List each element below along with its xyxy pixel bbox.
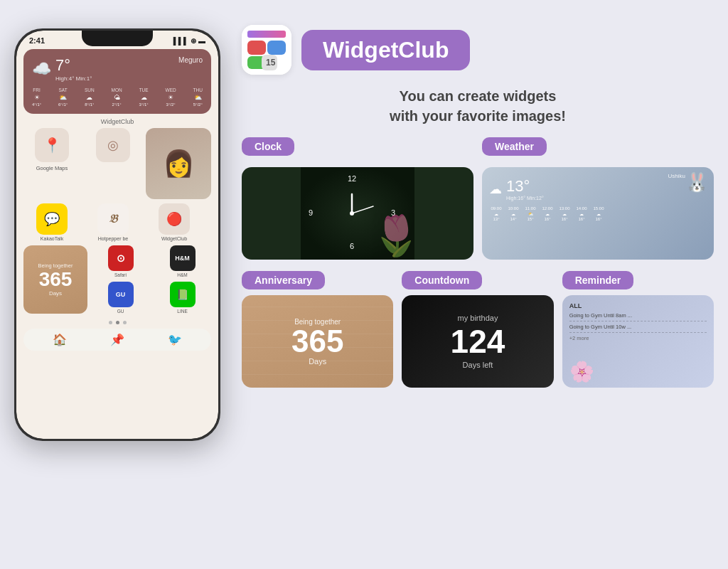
gu-icon[interactable]: GU	[108, 282, 134, 307]
phone-weather-temp: 7°	[55, 56, 92, 75]
phone-screen: 2:41 ▌▌▌ ⊛ ▬ ☁️ 7°	[16, 31, 218, 439]
ann-prev-unit: Days	[309, 357, 326, 366]
status-icons: ▌▌▌ ⊛ ▬	[173, 37, 205, 45]
nav-home-icon[interactable]: 🏠	[53, 333, 67, 346]
weather-prev-cloud: ☁	[489, 181, 502, 197]
hotpepper-label: Hotpepper be	[98, 236, 128, 241]
weather-prev-temp: 13°	[506, 177, 544, 196]
kakao-icon[interactable]: 💬	[36, 203, 68, 235]
nav-pin-icon[interactable]: 📌	[110, 333, 124, 346]
countdown-col: Countdown my birthday 124 Days left	[402, 271, 553, 388]
svg-text:9: 9	[309, 208, 313, 217]
flower-decoration: 🌸	[569, 360, 594, 383]
dot-2	[116, 321, 119, 324]
phone-mockup: 2:41 ▌▌▌ ⊛ ▬ ☁️ 7°	[14, 28, 220, 441]
phone-ann-days: 365	[39, 269, 73, 291]
phone-ann-unit: Days	[49, 290, 62, 297]
hm-label: H&M	[177, 272, 187, 277]
line-icon[interactable]: 📗	[170, 282, 196, 307]
hm-icon[interactable]: H&M	[170, 245, 196, 271]
cd-prev-unit: Days left	[463, 361, 493, 369]
reminder-item-1: Going to Gym Until 8am ...	[569, 312, 707, 321]
tagline: You can create widgets with your favorit…	[242, 86, 714, 126]
dot-1	[109, 321, 112, 324]
wifi-icon: ⊛	[191, 37, 196, 45]
tagline-line2: with your favorite images!	[242, 106, 714, 126]
weather-prev-timeline: 09:00☁13° 10:00☁14° 11:00⛅15° 12:00☁16° …	[489, 206, 707, 221]
maps-label: Google Maps	[36, 165, 68, 171]
svg-text:15: 15	[266, 58, 276, 68]
widgetclub-phone-label: WidgetClub	[161, 236, 187, 241]
phone-anniversary-widget[interactable]: Being together 365 Days	[23, 245, 87, 314]
battery-icon: ▬	[198, 37, 205, 45]
svg-rect-2	[247, 41, 266, 55]
cd-prev-number: 124	[451, 325, 505, 358]
phone-ann-label: Being together	[38, 262, 73, 269]
phone-weather-location: Meguro	[178, 56, 203, 64]
app-banner-title: WidgetClub	[323, 37, 449, 63]
nav-bird-icon[interactable]: 🐦	[168, 333, 182, 346]
maps-icon[interactable]: 📍	[35, 128, 69, 162]
countdown-label-tag[interactable]: Countdown	[402, 271, 553, 289]
phone-weather-hilo: High:4° Min:1°	[55, 75, 92, 82]
countdown-preview[interactable]: my birthday 124 Days left	[402, 295, 553, 388]
weather-widget-preview[interactable]: 🐰 Ushiku ☁ 13° High:16° Min:12° 09:00☁13…	[482, 167, 714, 260]
reminder-label-tag[interactable]: Reminder	[562, 271, 714, 289]
signal-icon: ▌▌▌	[173, 37, 188, 45]
hotpepper-icon[interactable]: 𝔅	[97, 203, 129, 235]
reminder-more: +2 more	[569, 335, 707, 341]
bottom-row: Anniversary Being together 365 Days Coun…	[242, 271, 714, 388]
svg-text:🌷: 🌷	[372, 213, 421, 259]
widgetclub-phone-icon[interactable]: 🔴	[159, 203, 190, 235]
svg-rect-3	[267, 41, 286, 55]
anniversary-label-tag[interactable]: Anniversary	[242, 271, 393, 289]
photo-widget[interactable]: 👩	[146, 128, 211, 199]
phone-weather-days: FRI☀4°/1° SAT⛅6°/1° SUN☁8°/1° MON🌤2°/1° …	[32, 87, 203, 107]
anniversary-col: Anniversary Being together 365 Days	[242, 271, 393, 388]
reminder-item-2: Going to Gym Until 10w ...	[569, 324, 707, 333]
bunny-decoration: 🐰	[685, 171, 708, 193]
phone-time: 2:41	[29, 36, 45, 45]
reminder-preview[interactable]: ALL Going to Gym Until 8am ... Going to …	[562, 295, 714, 388]
top-preview-row: 🌷 12 3 6 9 🐰 Ushiku	[242, 167, 714, 260]
svg-text:12: 12	[348, 174, 356, 183]
phone-section-label: WidgetClub	[16, 118, 218, 125]
clock-widget-preview[interactable]: 🌷 12 3 6 9	[242, 167, 473, 260]
phone-weather-widget[interactable]: ☁️ 7° High:4° Min:1° Meguro FRI☀4°/1°	[23, 49, 211, 114]
widgetclub-banner: WidgetClub	[301, 30, 470, 70]
dot-3	[123, 321, 127, 324]
kakao-label: KakaoTalk	[41, 236, 63, 241]
svg-rect-1	[247, 31, 286, 38]
phone-notch	[82, 31, 153, 46]
header-row: 15 WidgetClub	[242, 25, 714, 75]
line-label: LINE	[177, 309, 187, 314]
safari-icon[interactable]: ⊙	[108, 245, 134, 271]
cd-prev-label: my birthday	[458, 314, 498, 322]
clock-label-tag[interactable]: Clock	[242, 137, 473, 156]
svg-text:6: 6	[350, 242, 354, 250]
anniversary-preview[interactable]: Being together 365 Days	[242, 295, 393, 388]
safari-label: Safari	[114, 272, 127, 277]
gu-label: GU	[117, 309, 124, 314]
svg-text:3: 3	[391, 208, 395, 217]
svg-point-15	[350, 211, 354, 216]
right-panel: 15 WidgetClub You can create widgets wit…	[242, 21, 714, 388]
page-dots	[16, 317, 218, 329]
tagline-line1: You can create widgets	[242, 86, 714, 106]
reminder-col: Reminder ALL Going to Gym Until 8am ... …	[562, 271, 714, 388]
weather-label-tag[interactable]: Weather	[482, 137, 714, 156]
weather-prev-location: Ushiku	[668, 173, 685, 179]
radar-icon[interactable]: ◎	[96, 128, 130, 162]
weather-prev-hilo: High:16° Min:12°	[506, 196, 544, 201]
main-container: 2:41 ▌▌▌ ⊛ ▬ ☁️ 7°	[0, 0, 728, 569]
phone-cloud-icon: ☁️	[32, 60, 51, 78]
reminder-prev-label: ALL	[569, 302, 707, 309]
ann-prev-days: 365	[291, 326, 343, 357]
top-category-row: Clock Weather	[242, 137, 714, 156]
app-logo[interactable]: 15	[242, 25, 291, 75]
phone-wrapper: 2:41 ▌▌▌ ⊛ ▬ ☁️ 7°	[14, 28, 220, 441]
